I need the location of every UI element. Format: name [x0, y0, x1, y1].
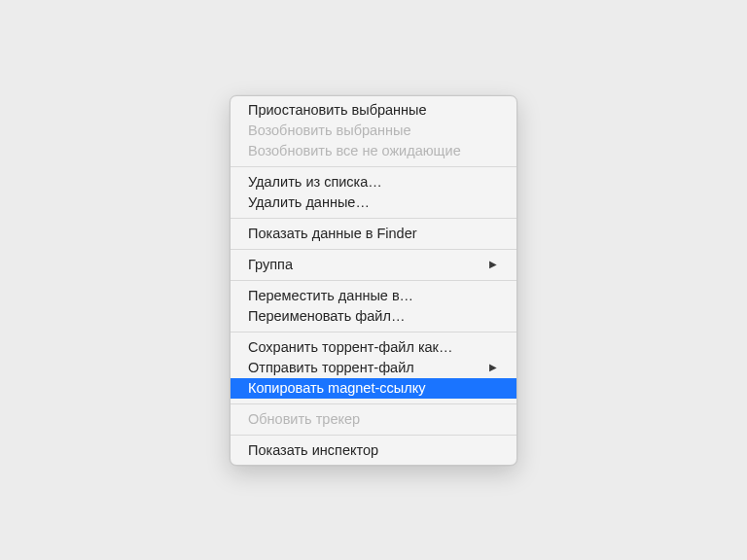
menu-item-move-data-to[interactable]: Переместить данные в…: [231, 286, 516, 306]
menu-item-pause-selected[interactable]: Приостановить выбранные: [231, 100, 516, 121]
menu-item-label: Сохранить торрент-файл как…: [248, 339, 452, 355]
submenu-arrow-icon: ▶: [489, 363, 497, 372]
menu-item-resume-selected: Возобновить выбранные: [231, 121, 516, 141]
menu-item-show-in-finder[interactable]: Показать данные в Finder: [231, 224, 516, 244]
menu-item-rename-file[interactable]: Переименовать файл…: [231, 306, 516, 327]
menu-separator: [231, 332, 516, 332]
menu-item-label: Отправить торрент-файл: [248, 360, 414, 375]
menu-item-label: Возобновить выбранные: [248, 122, 411, 138]
menu-separator: [231, 166, 516, 167]
menu-item-label: Переместить данные в…: [248, 288, 413, 303]
menu-item-label: Переименовать файл…: [248, 308, 405, 324]
submenu-arrow-icon: ▶: [489, 260, 497, 269]
menu-item-label: Копировать magnet-ссылку: [248, 380, 425, 396]
menu-separator: [231, 249, 516, 250]
menu-item-label: Показать данные в Finder: [248, 226, 417, 241]
menu-item-copy-magnet-link[interactable]: Копировать magnet-ссылку: [231, 378, 516, 399]
context-menu: Приостановить выбранные Возобновить выбр…: [230, 95, 517, 466]
menu-separator: [231, 435, 516, 436]
menu-item-resume-all-not-waiting: Возобновить все не ожидающие: [231, 141, 516, 161]
menu-separator: [231, 218, 516, 219]
menu-item-label: Удалить из списка…: [248, 174, 382, 190]
menu-item-send-torrent-file[interactable]: Отправить торрент-файл ▶: [231, 358, 516, 378]
menu-item-update-tracker: Обновить трекер: [231, 409, 516, 430]
menu-item-save-torrent-file-as[interactable]: Сохранить торрент-файл как…: [231, 337, 516, 358]
menu-item-label: Группа: [248, 257, 293, 272]
menu-item-label: Обновить трекер: [248, 411, 360, 427]
menu-item-show-inspector[interactable]: Показать инспектор: [231, 440, 516, 461]
menu-separator: [231, 280, 516, 281]
menu-item-delete-data[interactable]: Удалить данные…: [231, 192, 516, 213]
menu-item-label: Возобновить все не ожидающие: [248, 143, 461, 158]
menu-item-label: Приостановить выбранные: [248, 102, 427, 118]
menu-separator: [231, 403, 516, 404]
menu-item-group[interactable]: Группа ▶: [231, 255, 516, 275]
menu-item-label: Показать инспектор: [248, 442, 378, 458]
menu-item-remove-from-list[interactable]: Удалить из списка…: [231, 172, 516, 192]
menu-item-label: Удалить данные…: [248, 194, 370, 210]
